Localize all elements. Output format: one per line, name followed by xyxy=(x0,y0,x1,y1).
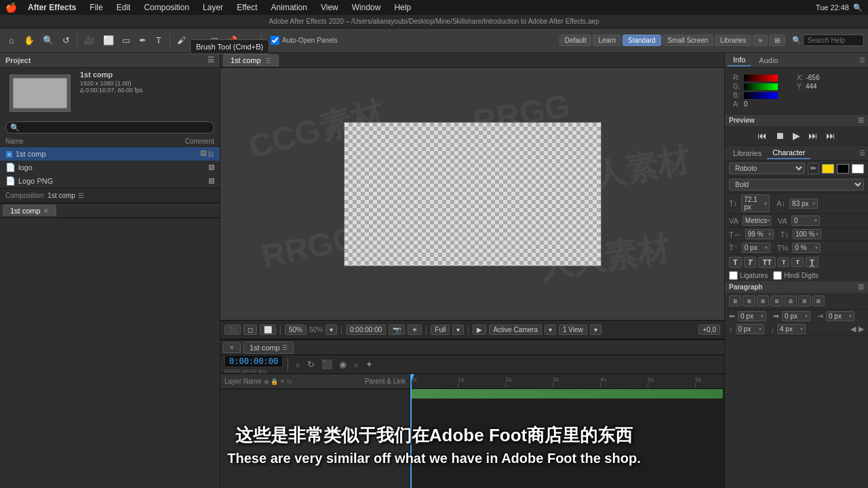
para-align-j2[interactable]: ≡ xyxy=(785,296,797,306)
leading-arrow[interactable]: ▾ xyxy=(812,201,815,207)
menu-composition[interactable]: Composition xyxy=(141,3,192,12)
viewer-zoom[interactable]: 50% xyxy=(285,325,307,335)
viewer-view[interactable]: 1 View xyxy=(559,325,587,335)
indent-after-val[interactable]: 0 px ▾ xyxy=(782,311,810,321)
para-btn-2[interactable]: ▶ xyxy=(859,325,864,333)
font-size-arrow[interactable]: ▾ xyxy=(764,201,767,207)
tl-btn-1[interactable]: ⬦ xyxy=(293,358,302,371)
h-scale-val[interactable]: 99 % ▾ xyxy=(745,229,774,239)
baseline-arrow[interactable]: ▾ xyxy=(765,245,768,251)
para-align-justify[interactable]: ≡ xyxy=(770,296,783,306)
puppet-tool[interactable]: 📌 xyxy=(223,32,241,49)
hand-tool[interactable]: ✋ xyxy=(20,32,38,49)
tl-btn-4[interactable]: ◉ xyxy=(337,358,349,371)
workspace-default[interactable]: Default xyxy=(559,35,592,46)
tab-character[interactable]: Character xyxy=(767,147,810,159)
project-search-input[interactable] xyxy=(22,124,210,131)
menu-file[interactable]: File xyxy=(87,3,105,12)
kerning-val[interactable]: 0 ▾ xyxy=(791,216,820,226)
timeline-tab-menu[interactable]: ☰ xyxy=(282,344,288,351)
font-edit-btn[interactable]: ✏ xyxy=(808,163,819,174)
h-scale-arrow[interactable]: ▾ xyxy=(768,231,771,237)
style-btn-superscript[interactable]: T xyxy=(791,258,804,267)
extra-tool[interactable]: ⋯ xyxy=(242,32,258,49)
info-panel-menu[interactable]: ☰ xyxy=(859,56,865,64)
tl-btn-2[interactable]: ↻ xyxy=(305,358,317,371)
home-tool[interactable]: ⌂ xyxy=(4,32,19,49)
viewer-expose[interactable]: ☀ xyxy=(408,325,422,335)
kerning-arrow[interactable]: ▾ xyxy=(814,218,817,224)
apple-menu[interactable]: 🍎 xyxy=(5,2,17,13)
style-btn-regular[interactable]: T xyxy=(729,257,742,268)
color-swatch-yellow[interactable] xyxy=(822,164,834,174)
preview-menu[interactable]: ☰ xyxy=(858,117,864,124)
menu-layer[interactable]: Layer xyxy=(200,3,226,12)
viewer-tab-menu[interactable]: ☰ xyxy=(266,58,271,64)
char-panel-menu[interactable]: ☰ xyxy=(859,149,865,157)
project-item-logo[interactable]: 📄 logo xyxy=(0,161,220,174)
tab-libraries[interactable]: Libraries xyxy=(728,148,767,159)
auto-open-checkbox[interactable] xyxy=(271,36,279,45)
style-btn-bold-all[interactable]: TT xyxy=(758,257,775,268)
viewer-camera[interactable]: Active Camera xyxy=(489,325,542,335)
viewer-camera-dropdown[interactable]: ▾ xyxy=(545,325,556,335)
workspace-libraries[interactable]: Libraries xyxy=(715,35,751,46)
menu-effect[interactable]: Effect xyxy=(234,3,260,12)
project-search-bar[interactable]: 🔍 xyxy=(5,121,214,134)
tl-btn-5[interactable]: ⬦ xyxy=(351,358,361,371)
viewer-transparency[interactable]: ⬜ xyxy=(260,325,276,335)
viewer-always-preview[interactable]: ⬛ xyxy=(224,325,241,335)
color-swatch-white[interactable] xyxy=(852,164,864,174)
tsumi-arrow[interactable]: ▾ xyxy=(815,245,818,251)
v-scale-arrow[interactable]: ▾ xyxy=(816,231,818,237)
preview-last[interactable]: ⏭ xyxy=(823,129,838,142)
menu-app-name[interactable]: After Effects xyxy=(25,3,79,12)
brush-tool[interactable]: 🖌 xyxy=(174,32,189,49)
para-btn-1[interactable]: ◀ xyxy=(850,325,856,333)
hindi-checkbox[interactable] xyxy=(773,271,782,280)
timeline-work-bar[interactable] xyxy=(410,389,723,399)
comp-settings-icon[interactable]: ☰ xyxy=(78,192,84,199)
project-item-logo-png[interactable]: 📄 Logo PNG xyxy=(0,174,220,188)
viewer-snapshot[interactable]: 📷 xyxy=(389,325,405,335)
time-display[interactable]: 0:00:00:00 xyxy=(224,355,283,367)
space-after-val[interactable]: 4 px ▾ xyxy=(777,324,806,334)
font-size-val[interactable]: 72.1 px ▾ xyxy=(741,195,770,212)
para-align-center[interactable]: ≡ xyxy=(743,296,755,306)
para-align-right[interactable]: ≡ xyxy=(757,296,769,306)
null-tool[interactable]: ⬜ xyxy=(100,32,117,49)
font-family-select[interactable]: Roboto xyxy=(729,163,805,174)
eraser-tool[interactable]: ◻ xyxy=(207,32,222,49)
para-align-left[interactable]: ≡ xyxy=(729,296,741,306)
space-before-val[interactable]: 0 px ▾ xyxy=(736,324,764,334)
left-comp-tab-close[interactable]: ✕ xyxy=(43,207,49,214)
timeline-tab-close[interactable]: ✕ xyxy=(223,342,241,353)
leading-val[interactable]: 83 px ▾ xyxy=(789,199,818,209)
preview-prev[interactable]: ⏹ xyxy=(772,129,787,142)
indent-first-val[interactable]: 0 px ▾ xyxy=(826,311,854,321)
project-panel-menu[interactable]: ☰ xyxy=(208,56,214,64)
style-btn-underline[interactable]: T xyxy=(806,257,818,268)
baseline-val[interactable]: 0 px ▾ xyxy=(742,243,770,253)
workspace-extend[interactable]: » xyxy=(753,35,768,46)
timeline-tab-main[interactable]: 1st comp ☰ xyxy=(243,342,294,354)
font-style-select[interactable]: Bold xyxy=(729,179,864,190)
para-menu[interactable]: ☰ xyxy=(858,283,864,291)
text-tool[interactable]: T xyxy=(151,32,166,49)
workspace-standard[interactable]: Standard xyxy=(623,35,661,46)
viewer-render[interactable]: ▶ xyxy=(473,325,486,335)
tl-btn-3[interactable]: ⬛ xyxy=(319,358,334,371)
project-item-comp[interactable]: ▣ 1st comp ⛓ xyxy=(0,147,220,161)
timeline-close-icon[interactable]: ✕ xyxy=(229,344,235,351)
camera-tool[interactable]: 🎥 xyxy=(81,32,98,49)
stamp-tool[interactable]: ⬦ xyxy=(191,32,205,49)
rotate-tool[interactable]: ↺ xyxy=(58,32,73,49)
v-scale-val[interactable]: 100 % ▾ xyxy=(793,229,821,239)
preview-first[interactable]: ⏮ xyxy=(755,129,770,142)
menu-help[interactable]: Help xyxy=(391,3,414,12)
workspace-learn[interactable]: Learn xyxy=(593,35,621,46)
viewer-draft[interactable]: ◻ xyxy=(243,325,257,335)
para-align-j4[interactable]: ≡ xyxy=(812,296,825,306)
viewer-timecode[interactable]: 0:00:00:00 xyxy=(346,325,386,335)
search-input[interactable] xyxy=(803,35,864,46)
